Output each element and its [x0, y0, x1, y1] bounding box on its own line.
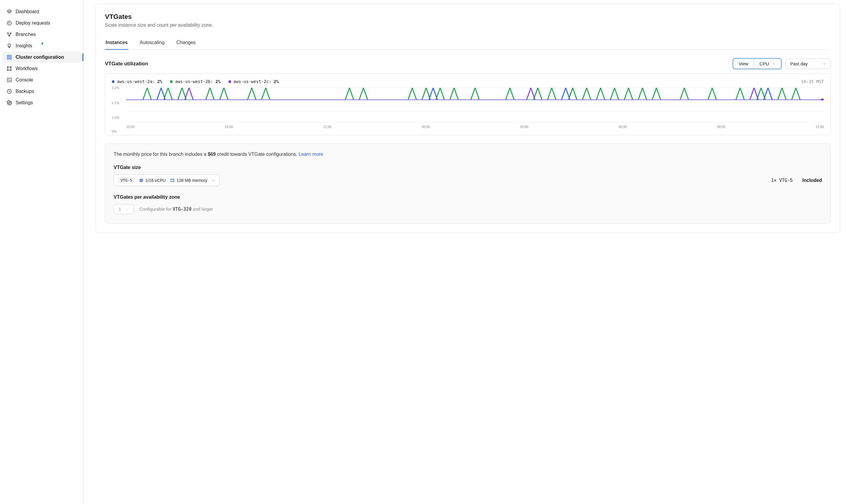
workflows-icon: [6, 66, 12, 71]
time-range-dropdown[interactable]: Past day: [786, 58, 831, 69]
view-button[interactable]: View: [733, 59, 754, 69]
bulb-icon: [6, 43, 12, 49]
per-az-note: Configurable for VTG-320 and larger: [139, 206, 213, 212]
svg-point-1: [7, 33, 8, 34]
size-summary: 1× VTG-5 Included: [771, 178, 822, 183]
az-note-prefix: Configurable for: [139, 206, 173, 212]
tab-label: Changes: [177, 40, 196, 45]
page-title: VTGates: [105, 13, 831, 21]
gear-icon: [6, 100, 12, 106]
svg-point-3: [9, 35, 10, 36]
svg-point-2: [10, 33, 11, 34]
svg-point-14: [9, 102, 10, 104]
legend-value: 2%: [274, 79, 279, 84]
legend-item-2c: aws-us-west-2c: 2%: [228, 79, 279, 84]
memory-icon: [170, 178, 175, 183]
indicator-dot-icon: [41, 42, 43, 44]
chart-timestamp: 14:15 MST: [801, 79, 824, 84]
chevron-down-icon: [125, 208, 129, 211]
legend-name: aws-us-west-2a:: [117, 79, 155, 84]
x-axis-labels: 15:00 18:00 21:00 00:00 03:00 06:00 09:0…: [112, 125, 824, 128]
tabs: Instances Autoscaling Changes: [105, 37, 831, 50]
x-tick: 09:00: [717, 125, 725, 128]
sidebar-item-workflows[interactable]: Workflows: [2, 63, 81, 74]
utilization-chart-card: aws-us-west-2a: 2% aws-us-west-2b: 2% aw…: [105, 73, 831, 135]
sidebar-item-backups[interactable]: Backups: [2, 86, 81, 97]
sidebar-item-label: Backups: [16, 89, 34, 94]
y-tick: 2.1%: [112, 101, 119, 105]
memory-text: 128 MB memory: [177, 178, 208, 183]
layers-icon: [6, 9, 12, 14]
az-note-suffix: and larger: [192, 206, 213, 212]
pricing-credit: $69: [208, 151, 216, 157]
sidebar: Dashboard Deploy requests Branches Insig…: [0, 0, 84, 504]
svg-rect-21: [141, 180, 142, 181]
vtgate-size-picker[interactable]: VTG-5 1/16 vCPU 128 MB memory: [113, 174, 220, 186]
svg-point-19: [820, 98, 824, 101]
tab-instances[interactable]: Instances: [105, 37, 128, 50]
learn-more-link[interactable]: Learn more: [299, 151, 323, 157]
x-tick: 18:00: [225, 125, 233, 128]
vcpu-spec: 1/16 vCPU: [139, 178, 166, 183]
tab-label: Instances: [106, 40, 128, 45]
sidebar-item-label: Insights: [16, 43, 32, 49]
sidebar-item-label: Settings: [16, 100, 33, 106]
deploy-icon: [6, 20, 12, 26]
chevron-down-icon: [772, 62, 776, 66]
pricing-suffix: credit towards VTGate configurations.: [216, 151, 299, 157]
chevron-down-icon: [212, 179, 215, 182]
sidebar-item-deploy-requests[interactable]: Deploy requests: [2, 17, 81, 29]
legend-name: aws-us-west-2b:: [175, 79, 213, 84]
cpu-icon: [139, 178, 144, 183]
sidebar-item-branches[interactable]: Branches: [2, 29, 81, 40]
sidebar-item-label: Dashboard: [16, 9, 39, 14]
svg-point-9: [11, 67, 12, 68]
vtgates-card: VTGates Scale instance size and count pe…: [95, 4, 840, 233]
chart-svg: [126, 87, 824, 123]
per-az-picker: 1: [113, 204, 134, 214]
legend-name: aws-us-west-2c:: [233, 79, 271, 84]
sidebar-item-settings[interactable]: Settings: [2, 97, 81, 108]
legend-item-2a: aws-us-west-2a: 2%: [112, 79, 162, 84]
az-note-bold: VTG-320: [173, 206, 192, 212]
chart-legend: aws-us-west-2a: 2% aws-us-west-2b: 2% aw…: [112, 79, 279, 84]
chevron-down-icon: [823, 62, 826, 66]
sidebar-item-label: Deploy requests: [16, 20, 50, 26]
sidebar-item-cluster-configuration[interactable]: Cluster configuration: [2, 52, 81, 63]
main-content: VTGates Scale instance size and count pe…: [84, 0, 846, 504]
x-tick: 06:00: [618, 125, 627, 128]
svg-rect-6: [7, 58, 9, 59]
sidebar-item-label: Cluster configuration: [16, 55, 64, 60]
legend-item-2b: aws-us-west-2b: 2%: [170, 79, 221, 84]
size-badge: VTG-5: [118, 177, 135, 183]
y-tick: 0%: [112, 130, 117, 133]
cluster-icon: [6, 55, 12, 60]
time-range-label: Past day: [790, 61, 808, 66]
svg-rect-22: [171, 179, 174, 182]
x-tick: 00:00: [422, 125, 430, 128]
svg-rect-20: [140, 179, 142, 182]
chart-legend-row: aws-us-west-2a: 2% aws-us-west-2b: 2% aw…: [112, 79, 824, 84]
utilization-header: VTGate utilization View CPU Past day: [105, 58, 831, 69]
per-az-label: VTGates per availability zone: [113, 195, 822, 200]
sidebar-item-insights[interactable]: Insights: [2, 40, 81, 52]
svg-point-8: [7, 67, 8, 68]
tab-changes[interactable]: Changes: [176, 37, 196, 50]
legend-value: 2%: [157, 79, 162, 84]
svg-rect-4: [7, 55, 9, 57]
view-metric-segmented: View CPU: [733, 58, 781, 69]
per-az-value: 1: [119, 207, 121, 212]
vtgate-size-label: VTGate size: [113, 165, 822, 170]
metric-dropdown[interactable]: CPU: [754, 59, 781, 69]
legend-dot-icon: [112, 80, 114, 83]
tab-label: Autoscaling: [140, 40, 164, 45]
sidebar-item-dashboard[interactable]: Dashboard: [2, 6, 81, 17]
view-label: View: [739, 61, 748, 66]
x-tick: 03:00: [520, 125, 529, 128]
vcpu-text: 1/16 vCPU: [145, 178, 166, 183]
legend-value: 2%: [215, 79, 221, 84]
sidebar-item-console[interactable]: Console: [2, 74, 81, 86]
svg-point-10: [7, 70, 8, 71]
tab-autoscaling[interactable]: Autoscaling: [139, 37, 165, 50]
sidebar-item-label: Workflows: [16, 66, 38, 71]
